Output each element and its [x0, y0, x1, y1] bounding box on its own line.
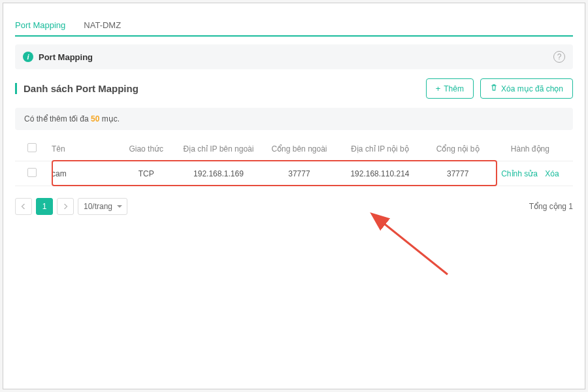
col-header-name: Tên	[45, 144, 118, 154]
info-banner: i Port Mapping ?	[15, 44, 573, 69]
edit-link[interactable]: Chỉnh sửa	[501, 169, 538, 178]
cell-ext-ip: 192.168.1.169	[174, 169, 263, 178]
total-count-label: Tổng cộng 1	[529, 202, 573, 211]
col-header-actions: Hành động	[491, 144, 569, 154]
section-heading: Danh sách Port Mapping	[15, 83, 139, 94]
table-header-row: Tên Giao thức Địa chỉ IP bên ngoài Cổng …	[15, 137, 573, 161]
col-header-ext-ip: Địa chỉ IP bên ngoài	[174, 144, 263, 154]
trash-icon	[490, 84, 498, 93]
cell-ext-port: 37777	[263, 169, 336, 178]
row-checkbox[interactable]	[27, 168, 37, 177]
tab-port-mapping[interactable]: Port Mapping	[15, 16, 65, 35]
cell-int-port: 37777	[425, 169, 491, 178]
tab-nat-dmz[interactable]: NAT-DMZ	[84, 16, 121, 35]
delete-selected-label: Xóa mục đã chọn	[501, 84, 563, 93]
pagination: 1 10/trang Tổng cộng 1	[15, 198, 573, 215]
cell-protocol: TCP	[118, 169, 174, 178]
col-header-int-port: Cổng nội bộ	[425, 144, 491, 154]
max-items-note: Có thể thêm tối đa 50 mục.	[15, 108, 573, 130]
info-icon: i	[23, 52, 33, 62]
next-page-button[interactable]	[57, 198, 74, 215]
cell-name: cam	[45, 169, 118, 178]
select-all-checkbox[interactable]	[27, 143, 37, 152]
page-1-button[interactable]: 1	[36, 198, 53, 215]
delete-selected-button[interactable]: Xóa mục đã chọn	[480, 78, 573, 99]
col-header-int-ip: Địa chỉ IP nội bộ	[335, 144, 424, 154]
svg-line-1	[382, 222, 448, 274]
add-button-label: Thêm	[444, 84, 464, 93]
help-icon[interactable]: ?	[553, 51, 565, 63]
delete-link[interactable]: Xóa	[545, 169, 559, 178]
prev-page-button[interactable]	[15, 198, 32, 215]
cell-int-ip: 192.168.110.214	[335, 169, 424, 178]
port-mapping-table: Tên Giao thức Địa chỉ IP bên ngoài Cổng …	[15, 137, 573, 186]
table-row: cam TCP 192.168.1.169 37777 192.168.110.…	[15, 161, 573, 186]
col-header-ext-port: Cổng bên ngoài	[263, 144, 336, 154]
col-header-protocol: Giao thức	[118, 144, 174, 154]
tabs-bar: Port Mapping NAT-DMZ	[15, 16, 573, 37]
banner-title: Port Mapping	[39, 52, 93, 62]
per-page-select[interactable]: 10/trang	[78, 198, 127, 215]
plus-icon: +	[436, 84, 441, 93]
arrow-annotation	[366, 212, 457, 284]
add-button[interactable]: + Thêm	[426, 78, 474, 99]
